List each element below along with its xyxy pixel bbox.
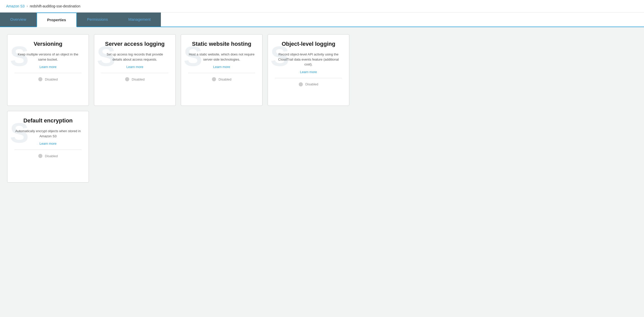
breadcrumb-current: redshift-auditlog-sse-destination	[30, 4, 80, 8]
breadcrumb-s3-link[interactable]: Amazon S3	[6, 4, 25, 8]
breadcrumb: Amazon S3 › redshift-auditlog-sse-destin…	[0, 0, 644, 13]
tab-management[interactable]: Management	[118, 13, 161, 27]
card-object-logging-content: Object-level logging Record object-level…	[275, 41, 342, 100]
card-encryption-content: Default encryption Automatically encrypt…	[15, 117, 81, 177]
card-encryption-title: Default encryption	[23, 117, 73, 124]
card-server-logging-learn-more[interactable]: Learn more	[126, 65, 143, 69]
tab-properties[interactable]: Properties	[37, 13, 77, 27]
tab-overview[interactable]: Overview	[0, 13, 37, 27]
card-versioning-description: Keep multiple versions of an object in t…	[15, 52, 81, 62]
card-versioning-title: Versioning	[34, 41, 62, 47]
card-static-website-description: Host a static website, which does not re…	[188, 52, 255, 62]
main-content: S Versioning Keep multiple versions of a…	[0, 27, 644, 195]
card-encryption-learn-more[interactable]: Learn more	[40, 142, 56, 145]
card-versioning: S Versioning Keep multiple versions of a…	[7, 34, 89, 106]
card-server-logging-description: Set up access log records that provide d…	[101, 52, 168, 62]
card-server-logging-content: Server access logging Set up access log …	[101, 41, 168, 100]
card-object-logging-learn-more[interactable]: Learn more	[300, 70, 317, 74]
card-versioning-learn-more[interactable]: Learn more	[40, 65, 56, 69]
card-object-logging-divider	[275, 78, 342, 78]
card-versioning-content: Versioning Keep multiple versions of an …	[15, 41, 81, 100]
card-versioning-status: Disabled	[38, 77, 58, 81]
card-encryption-description: Automatically encrypt objects when store…	[15, 129, 81, 139]
card-object-logging-description: Record object-level API activity using t…	[275, 52, 342, 67]
card-static-website-status: Disabled	[212, 77, 232, 81]
card-versioning-divider	[15, 73, 81, 73]
card-encryption-status: Disabled	[38, 154, 58, 158]
card-object-level-logging: S Object-level logging Record object-lev…	[268, 34, 349, 106]
card-encryption-divider	[15, 150, 81, 150]
cards-row-2: S Default encryption Automatically encry…	[7, 111, 637, 183]
tab-permissions[interactable]: Permissions	[77, 13, 118, 27]
status-dot-static-website	[212, 77, 216, 81]
card-default-encryption: S Default encryption Automatically encry…	[7, 111, 89, 183]
card-static-website: S Static website hosting Host a static w…	[181, 34, 263, 106]
tab-bar: Overview Properties Permissions Manageme…	[0, 13, 644, 27]
card-static-website-content: Static website hosting Host a static web…	[188, 41, 255, 100]
status-dot-encryption	[38, 154, 42, 158]
breadcrumb-separator: ›	[27, 4, 28, 8]
card-server-access-logging: S Server access logging Set up access lo…	[94, 34, 176, 106]
card-static-website-title: Static website hosting	[192, 41, 251, 47]
card-object-logging-title: Object-level logging	[282, 41, 335, 47]
status-dot-object-logging	[299, 82, 303, 86]
status-dot-server-logging	[125, 77, 129, 81]
card-static-website-learn-more[interactable]: Learn more	[213, 65, 230, 69]
cards-row-1: S Versioning Keep multiple versions of a…	[7, 34, 637, 106]
card-static-website-divider	[188, 73, 255, 73]
card-server-logging-status: Disabled	[125, 77, 145, 81]
card-server-logging-divider	[101, 73, 168, 73]
card-object-logging-status: Disabled	[299, 82, 318, 86]
card-server-logging-title: Server access logging	[105, 41, 165, 47]
status-dot-versioning	[38, 77, 42, 81]
